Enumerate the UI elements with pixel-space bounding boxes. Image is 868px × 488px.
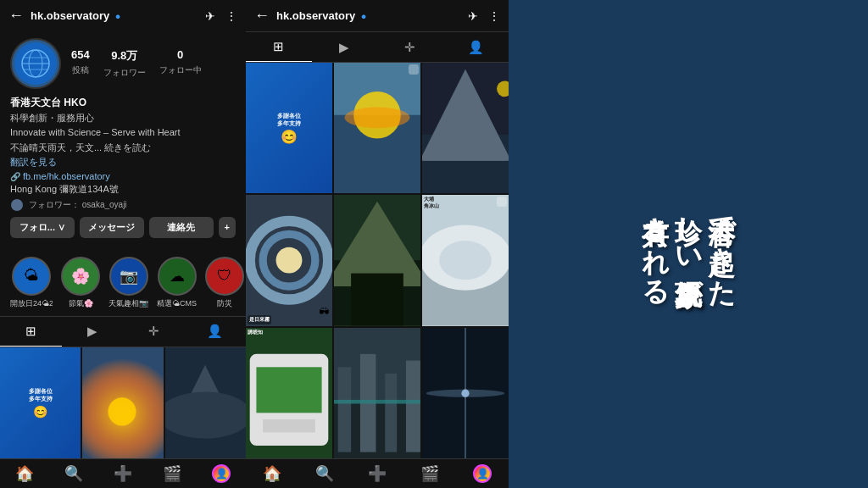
left-instagram-panel: ← hk.observatory ● ✈ ⋮ [0, 0, 246, 488]
story-circle-3: 📷 [109, 257, 148, 296]
stats-container: 654 投稿 9.8万 フォロワー 0 フォロー中 [71, 48, 202, 79]
follower-text: フォロワー： osaka_oyaji [29, 199, 127, 211]
right-grid-9[interactable] [422, 328, 509, 458]
right-grid-6[interactable]: 大埔角冰山 [422, 195, 509, 325]
right-tab-profile[interactable]: 👤 [443, 32, 509, 62]
header-icons: ✈ ⋮ [205, 9, 237, 23]
nav-profile-right[interactable]: 👤 [456, 464, 509, 483]
right-tab-tagged[interactable]: ✛ [377, 32, 443, 62]
right-tab-grid[interactable]: ⊞ [246, 32, 312, 62]
left-grid-item-1[interactable]: 多謝各位多年支持 😊 [0, 347, 81, 458]
nav-create-right[interactable]: ➕ [351, 464, 403, 483]
right-send-icon[interactable]: ✈ [468, 9, 478, 23]
story-label-2: 節氣🌸 [69, 298, 93, 309]
right-grid-5[interactable] [334, 195, 420, 325]
right-more-icon[interactable]: ⋮ [488, 9, 500, 23]
send-icon[interactable]: ✈ [205, 9, 215, 23]
tab-reels[interactable]: ▶ [62, 317, 124, 347]
story-item-5[interactable]: 🛡 防災 [205, 257, 244, 309]
right-verified-badge: ● [361, 11, 367, 21]
right-header-icons: ✈ ⋮ [468, 9, 500, 23]
story-label-3: 天氣趣相📷 [108, 298, 148, 309]
jp-column-1: 香港で起きた [707, 197, 737, 291]
left-grid-item-2[interactable] [82, 347, 163, 458]
right-grid-7[interactable]: 講嗻知 [246, 328, 332, 458]
profile-top: 654 投稿 9.8万 フォロワー 0 フォロー中 [10, 38, 236, 89]
stat-posts: 654 投稿 [71, 48, 90, 79]
globe-icon [20, 48, 51, 79]
jp-text-panel: 香港で起きた 珍しい気象現象が 共有される [509, 0, 868, 488]
right-grid-2[interactable] [334, 63, 420, 193]
grid-badge-6 [497, 197, 507, 207]
nav-create-left[interactable]: ➕ [98, 464, 147, 483]
follower-avatar-1 [10, 198, 24, 212]
message-button[interactable]: メッセージ [80, 217, 144, 238]
svg-rect-44 [385, 374, 397, 452]
nav-search-left[interactable]: 🔍 [49, 464, 98, 483]
svg-rect-42 [338, 367, 351, 452]
jp-column-3: 共有される [640, 198, 670, 291]
story-item-2[interactable]: 🌸 節氣🌸 [61, 257, 100, 309]
left-tab-bar: ⊞ ▶ ✛ 👤 [0, 316, 246, 347]
svg-point-34 [439, 241, 492, 280]
right-instagram-panel: ← hk.observatory ● ✈ ⋮ ⊞ ▶ ✛ 👤 多謝各位多年支持 … [246, 0, 509, 488]
story-item-3[interactable]: 📷 天氣趣相📷 [108, 257, 148, 309]
right-grid-1[interactable]: 多謝各位多年支持 😊 [246, 63, 332, 193]
svg-point-15 [344, 107, 409, 128]
right-tab-bar: ⊞ ▶ ✛ 👤 [246, 31, 509, 63]
right-header: ← hk.observatory ● ✈ ⋮ [246, 0, 509, 31]
right-grid-4[interactable]: 是日來霧 🕶 [246, 195, 332, 325]
jp-column-2: 珍しい気象現象が [673, 197, 703, 291]
svg-point-25 [276, 247, 303, 274]
nav-reels-left[interactable]: 🎬 [147, 464, 197, 483]
svg-rect-45 [406, 360, 420, 452]
profile-section: 654 投稿 9.8万 フォロワー 0 フォロー中 香港天文台 HKO 科學創新… [0, 31, 246, 252]
follow-button[interactable]: フォロ... ∨ [10, 217, 75, 238]
avatar [10, 38, 61, 89]
svg-point-6 [108, 397, 136, 425]
svg-rect-30 [351, 274, 403, 326]
jp-text-container: 香港で起きた 珍しい気象現象が 共有される [640, 8, 737, 480]
tab-profile[interactable]: 👤 [185, 317, 247, 347]
avatar-inner [14, 42, 57, 85]
left-header: ← hk.observatory ● ✈ ⋮ [0, 0, 246, 31]
profile-link[interactable]: 🔗 fb.me/hk.observatory [10, 171, 236, 181]
username-label: hk.observatory ● [31, 9, 205, 22]
right-back-button[interactable]: ← [254, 7, 270, 25]
right-username-label: hk.observatory ● [276, 9, 468, 22]
left-bottom-nav: 🏠 🔍 ➕ 🎬 👤 [0, 458, 246, 488]
right-grid: 多謝各位多年支持 😊 [246, 63, 509, 458]
nav-profile-left[interactable]: 👤 [197, 464, 246, 483]
stat-followers: 9.8万 フォロワー [103, 48, 146, 79]
left-grid: 多謝各位多年支持 😊 [0, 347, 246, 458]
translate-link[interactable]: 翻訳を見る [10, 156, 236, 169]
follower-avatars [10, 198, 20, 212]
nav-reels-right[interactable]: 🎬 [403, 464, 456, 483]
profile-address: Hong Kong 彌敦道134A號 [10, 183, 236, 196]
tab-tagged[interactable]: ✛ [123, 317, 185, 347]
right-grid-8[interactable] [334, 328, 420, 458]
svg-point-51 [426, 389, 505, 396]
left-grid-item-3[interactable] [165, 347, 246, 458]
profile-desc1: 科學創新・服務用心 [10, 112, 236, 125]
right-tab-reels[interactable]: ▶ [312, 32, 378, 62]
right-grid-3[interactable] [422, 63, 509, 193]
story-item-4[interactable]: ☁ 精選🌤CMS [157, 257, 197, 309]
stat-following: 0 フォロー中 [159, 48, 202, 79]
follower-info: フォロワー： osaka_oyaji [10, 198, 236, 212]
back-button[interactable]: ← [8, 7, 24, 25]
profile-desc3[interactable]: 不論晴天雨天，天文... 続きを読む [10, 141, 236, 154]
contact-button[interactable]: 連絡先 [149, 217, 214, 238]
more-icon[interactable]: ⋮ [225, 9, 237, 23]
nav-search-right[interactable]: 🔍 [298, 464, 351, 483]
add-button[interactable]: + [219, 217, 236, 238]
story-item-1[interactable]: 🌤 開放日24🌤2.0 [10, 257, 53, 309]
story-circle-1: 🌤 [12, 257, 51, 296]
verified-badge: ● [115, 11, 121, 21]
nav-home-right[interactable]: 🏠 [246, 464, 298, 483]
story-circle-4: ☁ [158, 257, 197, 296]
tab-grid[interactable]: ⊞ [0, 317, 62, 347]
story-circle-5: 🛡 [205, 257, 244, 296]
profile-desc2: Innovate with Science – Serve with Heart [10, 126, 236, 139]
nav-home-left[interactable]: 🏠 [0, 464, 49, 483]
